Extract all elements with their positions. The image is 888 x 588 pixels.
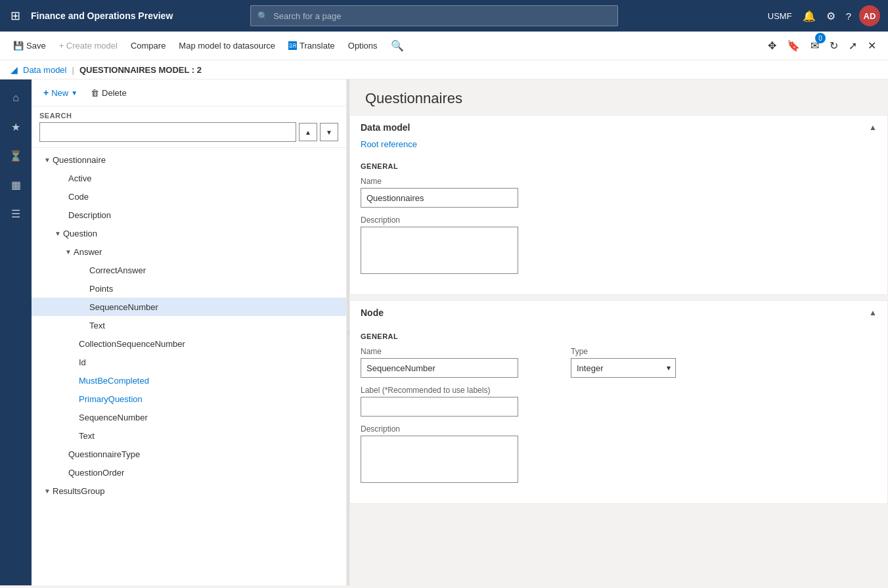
search-bar[interactable]: 🔍 Search for a page (250, 5, 618, 26)
options-button[interactable]: Options (343, 37, 383, 55)
expand-icon-btn[interactable]: ➚ (845, 35, 861, 56)
name-field-input[interactable] (361, 188, 518, 208)
list-icon[interactable]: ☰ (3, 200, 29, 227)
new-button[interactable]: + New ▼ (39, 85, 81, 101)
notification-bell-icon[interactable]: 🔔 (800, 7, 818, 25)
tree-item-active[interactable]: Active (32, 169, 346, 187)
top-navbar: ⊞ Finance and Operations Preview 🔍 Searc… (0, 0, 888, 32)
workspaces-table-icon[interactable]: ▦ (3, 171, 29, 198)
home-icon[interactable]: ⌂ (3, 85, 29, 111)
tree-item-text-question[interactable]: Text (32, 426, 346, 445)
help-question-icon[interactable]: ? (843, 8, 854, 24)
node-name-input[interactable] (361, 358, 518, 378)
toggle-icon[interactable]: ▼ (63, 248, 74, 256)
tree-item-must-be-completed[interactable]: MustBeCompleted (32, 371, 346, 390)
tree-item-description[interactable]: Description (32, 206, 346, 224)
create-model-label: + Create model (59, 41, 118, 51)
settings-gear-icon[interactable]: ⚙ (824, 7, 838, 25)
right-panel: Questionnaires Data model ▲ Root referen… (349, 79, 888, 585)
data-model-section-title: Data model (361, 122, 410, 133)
node-general-row: Name Label (*Recommended to use labels) … (361, 347, 877, 493)
data-model-general-label: GENERAL (361, 162, 877, 170)
toggle-icon[interactable]: ▼ (42, 487, 53, 495)
breadcrumb-separator: | (72, 65, 74, 75)
app-title: Finance and Operations Preview (31, 11, 173, 21)
puzzle-icon-btn[interactable]: ✥ (764, 35, 780, 56)
user-avatar[interactable]: AD (859, 5, 880, 26)
search-icon: 🔍 (257, 11, 268, 21)
tree-item-sequence-number-2[interactable]: SequenceNumber (32, 408, 346, 426)
node-section-body: GENERAL Name Label (*Recommended to use … (350, 325, 887, 503)
compare-button[interactable]: Compare (125, 37, 171, 55)
map-datasource-button[interactable]: Map model to datasource (173, 37, 280, 55)
tree-item-points[interactable]: Points (32, 279, 346, 298)
toggle-icon[interactable]: ▼ (53, 230, 63, 237)
panel-title: Questionnaires (349, 79, 888, 115)
root-reference-link[interactable]: Root reference (350, 139, 887, 154)
node-label-field-label: Label (*Recommended to use labels) (361, 386, 518, 395)
filter-icon[interactable]: ◢ (11, 64, 18, 75)
description-field-label: Description (361, 215, 877, 225)
cmd-right-actions: ✥ 🔖 ✉ 0 ↻ ➚ ✕ (764, 35, 880, 56)
search-section: SEARCH ▲ ▼ (32, 106, 346, 148)
name-field-label: Name (361, 177, 877, 186)
breadcrumb: ◢ Data model | QUESTIONNAIRES MODEL : 2 (0, 60, 888, 79)
node-description-textarea[interactable] (361, 436, 518, 483)
refresh-icon-btn[interactable]: ↻ (826, 35, 842, 56)
favorites-star-icon[interactable]: ★ (3, 114, 29, 140)
node-left-col: Name Label (*Recommended to use labels) … (361, 347, 518, 493)
node-type-label: Type (571, 347, 676, 356)
description-field-textarea[interactable] (361, 227, 518, 274)
tree-item-answer[interactable]: ▼ Answer (32, 242, 346, 261)
delete-button[interactable]: 🗑 Delete (87, 85, 131, 101)
command-bar: 💾 Save + Create model Compare Map model … (0, 32, 888, 60)
tree-item-question-order[interactable]: QuestionOrder (32, 463, 346, 482)
save-icon: 💾 (13, 41, 24, 51)
tree-item-results-group[interactable]: ▼ ResultsGroup (32, 482, 346, 500)
bookmark-icon-btn[interactable]: 🔖 (783, 35, 804, 56)
toggle-icon[interactable]: ▼ (42, 156, 53, 164)
collapse-chevron-up-icon: ▲ (869, 123, 877, 132)
tree-area: ▼ Questionnaire Active Code Description … (32, 148, 346, 585)
plus-icon: + (43, 87, 49, 98)
new-chevron-down-icon[interactable]: ▼ (71, 89, 78, 97)
data-model-section-header[interactable]: Data model ▲ (350, 116, 887, 139)
description-field-group: Description (361, 215, 877, 276)
data-model-section: Data model ▲ Root reference GENERAL Name… (349, 115, 888, 295)
tree-item-question[interactable]: ▼ Question (32, 224, 346, 242)
breadcrumb-data-model-link[interactable]: Data model (23, 65, 66, 75)
node-type-select[interactable]: Integer String Boolean Real Date DateTim… (571, 358, 676, 378)
data-model-section-body: GENERAL Name Description (350, 154, 887, 294)
create-model-button[interactable]: + Create model (54, 37, 123, 55)
node-section: Node ▲ GENERAL Name Label (*Recommended … (349, 300, 888, 504)
tree-item-id[interactable]: Id (32, 353, 346, 371)
tree-item-correct-answer[interactable]: CorrectAnswer (32, 261, 346, 279)
tree-item-text-answer[interactable]: Text (32, 316, 346, 334)
search-down-arrow[interactable]: ▼ (320, 123, 338, 141)
search-input[interactable] (39, 122, 296, 142)
save-button[interactable]: 💾 Save (8, 37, 51, 55)
search-cmd-icon[interactable]: 🔍 (386, 37, 409, 55)
node-name-label: Name (361, 347, 518, 356)
recent-clock-icon[interactable]: ⏳ (3, 143, 29, 169)
node-section-header[interactable]: Node ▲ (350, 301, 887, 325)
node-type-group: Type Integer String Boolean Real Date Da… (571, 347, 676, 378)
search-row: ▲ ▼ (39, 122, 338, 142)
node-collapse-chevron-up-icon: ▲ (869, 308, 877, 317)
tree-item-primary-question[interactable]: PrimaryQuestion (32, 390, 346, 408)
tree-item-code[interactable]: Code (32, 187, 346, 206)
tree-item-questionnaire-type[interactable]: QuestionnaireType (32, 445, 346, 463)
grid-icon[interactable]: ⊞ (8, 6, 23, 26)
resize-handle[interactable]: ⋮ (347, 79, 349, 585)
node-label-input[interactable] (361, 397, 518, 417)
close-button[interactable]: ✕ (864, 35, 880, 56)
tree-item-questionnaire[interactable]: ▼ Questionnaire (32, 150, 346, 169)
tree-item-sequence-number[interactable]: SequenceNumber (32, 298, 346, 316)
node-general-label: GENERAL (361, 332, 877, 340)
search-up-arrow[interactable]: ▲ (299, 123, 317, 141)
name-field-group: Name (361, 177, 877, 208)
translate-button[interactable]: 🆍 Translate (283, 37, 340, 55)
side-icon-bar: ⌂ ★ ⏳ ▦ ☰ (0, 79, 32, 585)
left-panel-toolbar: + New ▼ 🗑 Delete (32, 79, 346, 106)
tree-item-collection-seq[interactable]: CollectionSequenceNumber (32, 334, 346, 353)
